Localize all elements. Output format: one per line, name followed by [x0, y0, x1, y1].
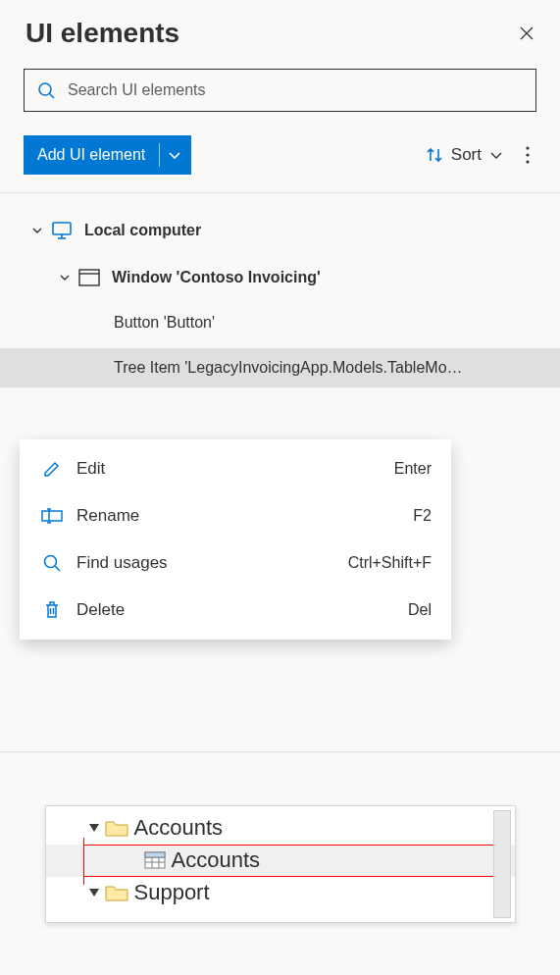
window-icon [78, 269, 100, 286]
search-icon [39, 553, 65, 573]
sort-icon [426, 146, 443, 164]
expand-toggle[interactable] [27, 225, 47, 236]
tree-item-local-computer[interactable]: Local computer [0, 211, 560, 250]
svg-point-3 [526, 153, 529, 156]
rename-icon [39, 508, 65, 524]
expand-toggle[interactable] [55, 272, 75, 283]
more-vertical-icon [525, 145, 531, 165]
svg-line-1 [50, 94, 55, 99]
svg-rect-10 [42, 511, 62, 521]
preview-screenshot: Accounts Accounts Support [45, 805, 516, 923]
more-options-button[interactable] [519, 137, 536, 173]
menu-item-delete[interactable]: Delete Del [20, 587, 451, 634]
tree-label: Button 'Button' [114, 314, 215, 332]
tree-label: Local computer [84, 222, 201, 239]
folder-icon [105, 819, 128, 837]
preview-row-highlighted: Accounts [46, 845, 515, 877]
svg-rect-5 [53, 223, 71, 234]
trash-icon [39, 600, 65, 620]
search-icon [36, 80, 56, 100]
add-ui-element-button[interactable]: Add UI element [24, 135, 191, 175]
svg-rect-8 [79, 270, 99, 285]
menu-item-rename[interactable]: Rename F2 [20, 492, 451, 539]
close-button[interactable] [519, 26, 535, 41]
add-ui-element-main[interactable]: Add UI element [24, 135, 159, 175]
computer-icon [51, 221, 73, 240]
chevron-down-icon [168, 148, 181, 162]
selection-highlight [83, 838, 84, 885]
svg-point-0 [39, 83, 51, 95]
svg-point-4 [526, 160, 529, 163]
folder-icon [105, 884, 128, 901]
tree-label: Window 'Contoso Invoicing' [112, 269, 321, 286]
context-menu: Edit Enter Rename F2 Find usages Ctrl+Sh… [20, 439, 451, 640]
tree-item-window[interactable]: Window 'Contoso Invoicing' [0, 258, 560, 297]
svg-line-15 [55, 566, 60, 571]
svg-point-2 [526, 146, 529, 149]
pencil-icon [39, 459, 65, 479]
scrollbar[interactable] [493, 810, 511, 918]
triangle-down-icon [89, 889, 99, 897]
search-box[interactable] [24, 69, 536, 112]
preview-row: Support [46, 877, 515, 909]
preview-row: Accounts [46, 812, 515, 845]
sort-button[interactable]: Sort [416, 137, 513, 173]
svg-point-14 [45, 556, 57, 568]
add-ui-element-dropdown[interactable] [160, 135, 191, 175]
menu-item-edit[interactable]: Edit Enter [20, 445, 451, 492]
tree-item-treeitem[interactable]: Tree Item 'LegacyInvoicingApp.Models.Tab… [0, 348, 560, 387]
element-preview-pane: Accounts Accounts Support [0, 751, 560, 975]
search-input[interactable] [68, 81, 524, 99]
chevron-down-icon [31, 225, 43, 236]
tree-label: Tree Item 'LegacyInvoicingApp.Models.Tab… [114, 359, 463, 377]
panel-title: UI elements [25, 18, 179, 49]
tree-item-button[interactable]: Button 'Button' [0, 303, 560, 342]
triangle-down-icon [89, 824, 99, 832]
chevron-down-icon [59, 272, 71, 283]
menu-item-find-usages[interactable]: Find usages Ctrl+Shift+F [20, 539, 451, 587]
chevron-down-icon [489, 148, 503, 162]
svg-rect-21 [145, 852, 165, 857]
ui-elements-tree: Local computer Window 'Contoso Invoicing… [0, 193, 560, 387]
close-icon [519, 26, 535, 41]
table-icon [144, 851, 166, 869]
